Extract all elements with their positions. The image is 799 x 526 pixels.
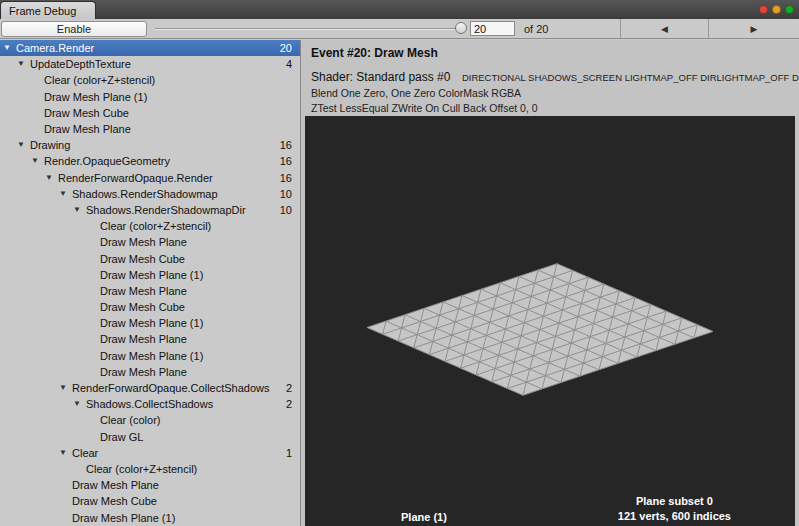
prev-event-button[interactable]: ◀	[620, 19, 708, 39]
tree-row[interactable]: Clear (color+Z+stencil)	[0, 461, 300, 477]
tree-row[interactable]: Draw Mesh Plane (1)	[0, 315, 300, 331]
tree-row[interactable]: Draw Mesh Plane	[0, 364, 300, 380]
draw-call-count: 2	[286, 382, 292, 394]
tree-row[interactable]: Clear (color)	[0, 412, 300, 428]
tree-row-label: Draw Mesh Cube	[100, 253, 185, 265]
tree-row-label: Draw Mesh Cube	[72, 495, 157, 507]
event-title: Event #20: Draw Mesh	[311, 46, 438, 60]
tree-row[interactable]: Draw Mesh Plane (1)	[0, 89, 300, 105]
tree-row[interactable]: Draw Mesh Cube	[0, 105, 300, 121]
foldout-arrow-icon[interactable]: ▼	[3, 44, 16, 52]
frame-debugger-window: Frame Debug Enable of 20 ◀ ▶ ▼Camera.Ren…	[0, 0, 799, 526]
tree-row-label: Drawing	[30, 139, 70, 151]
mesh-subset-label: Plane subset 0	[618, 494, 731, 509]
tree-row-label: Clear (color)	[100, 414, 161, 426]
toolbar: Enable of 20 ◀ ▶	[0, 19, 799, 39]
close-window-button[interactable]	[759, 5, 768, 14]
tree-row[interactable]: ▼RenderForwardOpaque.Render16	[0, 170, 300, 186]
tree-row[interactable]: Draw Mesh Plane	[0, 234, 300, 250]
mesh-vertex-count-label: 121 verts, 600 indices	[618, 509, 731, 524]
tab-frame-debug[interactable]: Frame Debug	[0, 1, 96, 19]
window-controls	[759, 5, 794, 14]
tree-row-label: Draw Mesh Plane	[72, 479, 159, 491]
foldout-arrow-icon[interactable]: ▼	[45, 174, 58, 182]
tree-row[interactable]: ▼Shadows.CollectShadows2	[0, 396, 300, 412]
tree-row-label: Draw Mesh Plane (1)	[72, 512, 175, 524]
tree-row[interactable]: ▼Drawing16	[0, 137, 300, 153]
tab-title: Frame Debug	[9, 5, 76, 17]
tree-row-label: RenderForwardOpaque.CollectShadows	[72, 382, 270, 394]
foldout-arrow-icon[interactable]: ▼	[59, 449, 72, 457]
minimize-window-button[interactable]	[772, 5, 781, 14]
tree-row-label: Shadows.RenderShadowmapDir	[86, 204, 246, 216]
tree-row[interactable]: ▼Shadows.RenderShadowmap10	[0, 186, 300, 202]
slider-thumb[interactable]	[455, 22, 467, 34]
tree-row-label: Render.OpaqueGeometry	[44, 155, 170, 167]
shader-name[interactable]: Shader: Standard pass #0	[311, 70, 450, 84]
tree-row[interactable]: Draw Mesh Plane	[0, 121, 300, 137]
shader-keywords: DIRECTIONAL SHADOWS_SCREEN LIGHTMAP_OFF …	[462, 72, 799, 83]
tree-row[interactable]: Clear (color+Z+stencil)	[0, 218, 300, 234]
next-arrow-icon: ▶	[751, 24, 758, 34]
tree-row[interactable]: Draw GL	[0, 429, 300, 445]
foldout-arrow-icon[interactable]: ▼	[17, 60, 30, 68]
foldout-arrow-icon[interactable]: ▼	[59, 190, 72, 198]
tree-row[interactable]: ▼RenderForwardOpaque.CollectShadows2	[0, 380, 300, 396]
draw-call-count: 10	[280, 188, 292, 200]
tree-row[interactable]: Draw Mesh Plane	[0, 283, 300, 299]
mesh-preview[interactable]: Plane (1) Plane subset 0 121 verts, 600 …	[305, 116, 795, 526]
tree-row-label: Clear (color+Z+stencil)	[86, 463, 197, 475]
tree-row-label: Draw GL	[100, 431, 143, 443]
foldout-arrow-icon[interactable]: ▼	[17, 141, 30, 149]
mesh-stats: Plane subset 0 121 verts, 600 indices	[618, 494, 731, 524]
tree-row[interactable]: ▼UpdateDepthTexture4	[0, 56, 300, 72]
tree-row-label: Draw Mesh Cube	[44, 107, 129, 119]
draw-call-count: 16	[280, 139, 292, 151]
tree-row[interactable]: ▼Camera.Render20	[0, 40, 300, 56]
tree-row-label: RenderForwardOpaque.Render	[58, 172, 213, 184]
tree-row[interactable]: Clear (color+Z+stencil)	[0, 72, 300, 88]
tree-row[interactable]: ▼Render.OpaqueGeometry16	[0, 153, 300, 169]
foldout-arrow-icon[interactable]: ▼	[31, 157, 44, 165]
foldout-arrow-icon[interactable]: ▼	[59, 384, 72, 392]
tree-row-label: Draw Mesh Plane	[44, 123, 131, 135]
draw-call-count: 10	[280, 204, 292, 216]
event-slider[interactable]	[155, 19, 467, 38]
event-detail-panel: Event #20: Draw Mesh Shader: Standard pa…	[301, 40, 799, 526]
tree-row-label: Draw Mesh Plane (1)	[100, 269, 203, 281]
content-area: ▼Camera.Render20▼UpdateDepthTexture4Clea…	[0, 40, 799, 526]
foldout-arrow-icon[interactable]: ▼	[73, 206, 86, 214]
draw-call-count: 4	[286, 58, 292, 70]
depth-state-label: ZTest LessEqual ZWrite On Cull Back Offs…	[311, 102, 538, 114]
draw-call-count: 1	[286, 447, 292, 459]
tree-row[interactable]: Draw Mesh Cube	[0, 493, 300, 509]
tree-row[interactable]: Draw Mesh Plane (1)	[0, 348, 300, 364]
tree-row[interactable]: ▼Shadows.RenderShadowmapDir10	[0, 202, 300, 218]
tree-row[interactable]: Draw Mesh Cube	[0, 250, 300, 266]
tree-row-label: Draw Mesh Plane (1)	[100, 350, 203, 362]
event-number-input[interactable]	[470, 21, 515, 36]
tree-row[interactable]: Draw Mesh Cube	[0, 299, 300, 315]
tree-row-label: Draw Mesh Plane	[100, 236, 187, 248]
plane-mesh-render	[305, 116, 795, 526]
tree-row[interactable]: Draw Mesh Plane (1)	[0, 509, 300, 525]
tree-row[interactable]: Draw Mesh Plane	[0, 331, 300, 347]
tree-row[interactable]: ▼Clear1	[0, 445, 300, 461]
foldout-arrow-icon[interactable]: ▼	[73, 400, 86, 408]
tree-row-label: Clear	[72, 447, 98, 459]
event-tree: ▼Camera.Render20▼UpdateDepthTexture4Clea…	[0, 40, 300, 526]
zoom-window-button[interactable]	[785, 5, 794, 14]
tree-row[interactable]: Draw Mesh Plane (1)	[0, 267, 300, 283]
enable-button[interactable]: Enable	[1, 21, 147, 37]
tree-row-label: Draw Mesh Cube	[100, 301, 185, 313]
titlebar: Frame Debug	[0, 0, 799, 19]
next-event-button[interactable]: ▶	[708, 19, 799, 39]
draw-call-count: 16	[280, 172, 292, 184]
event-total-label: of 20	[524, 23, 548, 35]
slider-track[interactable]	[155, 28, 461, 30]
shader-line: Shader: Standard pass #0 DIRECTIONAL SHA…	[311, 67, 799, 85]
blend-state-label: Blend One Zero, One Zero ColorMask RGBA	[311, 87, 521, 99]
tree-row[interactable]: Draw Mesh Plane	[0, 477, 300, 493]
tree-row-label: Draw Mesh Plane (1)	[44, 91, 147, 103]
tree-row-label: Shadows.CollectShadows	[86, 398, 213, 410]
